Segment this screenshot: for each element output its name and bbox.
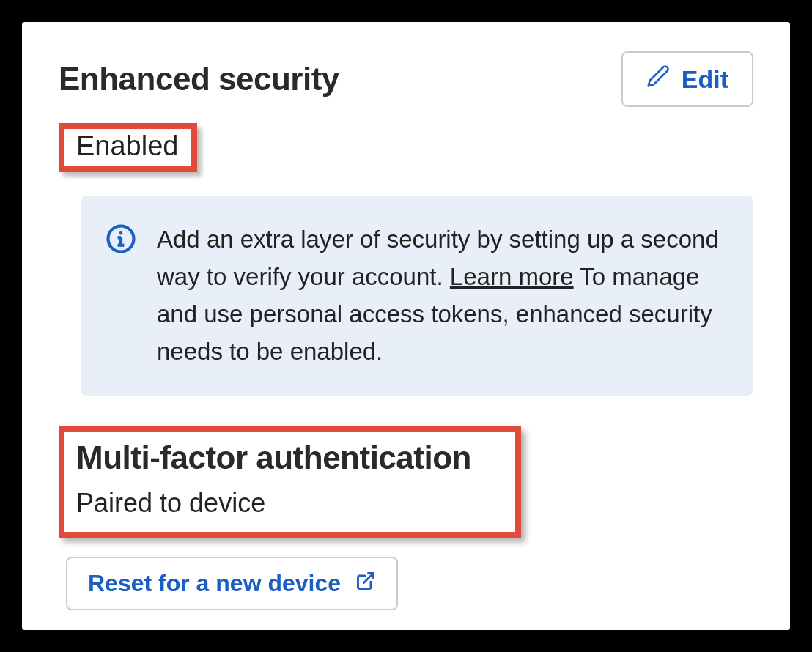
svg-point-1 [119,231,123,235]
header-row: Enhanced security Edit [59,51,753,107]
enhanced-security-status: Enabled [76,130,178,161]
pencil-icon [646,64,670,94]
enhanced-security-title: Enhanced security [59,61,339,97]
security-settings-panel: Enhanced security Edit Enabled Add an ex… [22,22,790,630]
edit-button-label: Edit [682,65,728,94]
status-highlight-box: Enabled [59,123,197,172]
reset-device-label: Reset for a new device [88,570,341,597]
info-icon [106,221,136,371]
edit-button[interactable]: Edit [621,51,753,107]
svg-line-5 [364,573,374,582]
mfa-highlight-box: Multi-factor authentication Paired to de… [59,426,521,538]
info-text: Add an extra layer of security by settin… [157,221,724,371]
learn-more-link[interactable]: Learn more [450,263,574,290]
mfa-title: Multi-factor authentication [76,440,471,476]
reset-device-button[interactable]: Reset for a new device [66,557,398,610]
mfa-status: Paired to device [76,488,471,519]
external-link-icon [355,570,376,597]
info-callout: Add an extra layer of security by settin… [81,196,753,396]
